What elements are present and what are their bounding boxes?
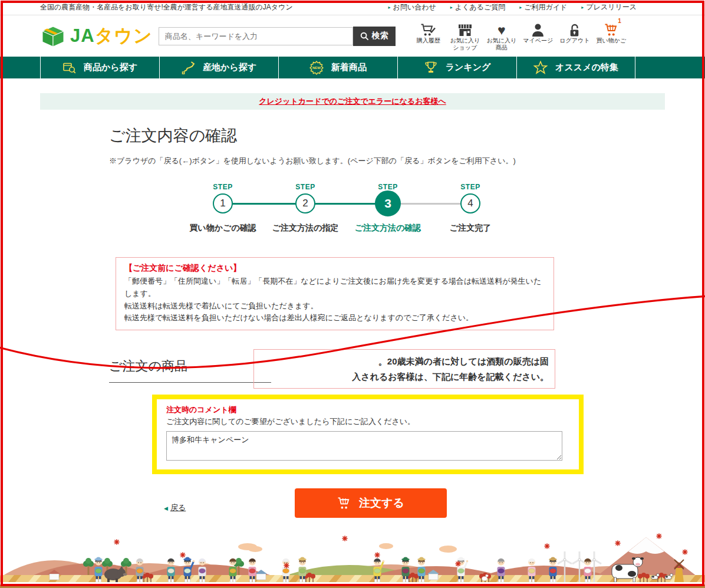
arrow-left-icon: ◀	[164, 505, 168, 511]
step-1-circle: 1	[213, 193, 233, 213]
product-search-icon	[62, 61, 76, 74]
logo-box-icon	[40, 24, 66, 48]
arrow-right-icon: ▸	[450, 5, 453, 10]
search-input[interactable]	[159, 27, 353, 45]
shopping-cart-button[interactable]: 1 買い物かご	[593, 21, 630, 52]
topbar-link-faq[interactable]: ▸よくあるご質問	[450, 2, 505, 12]
nav-spacer	[635, 57, 705, 78]
ja-town-order-confirm-page: 全国の農畜産物・名産品をお取り寄せ!全農が運営する産地直送通販のJAタウン ▸お…	[0, 0, 705, 588]
order-items-heading: ご注文の商品	[109, 357, 187, 375]
step-4: STEP 4 ご注文完了	[429, 183, 512, 236]
nav-item-featured[interactable]: オススメの特集	[516, 57, 635, 78]
annotation-yellow-highlight: 注文時のコメント欄 ご注文内容に関してのご要望がございましたら下記にご記入くださ…	[152, 395, 584, 474]
arrow-right-icon: ▸	[388, 5, 391, 10]
mypage-person-icon	[531, 24, 545, 37]
main-navigation: 商品から探す 産地から探す NEW 新着商品 ランキング	[0, 57, 705, 78]
step-3-circle: 3	[375, 190, 401, 216]
page-title: ご注文内容の確認	[109, 125, 665, 146]
checkout-step-indicator: STEP 1 買い物かごの確認 STEP 2 ご注文方法の指定 STEP 3 ご…	[182, 183, 512, 236]
logo-text: JAタウン	[70, 24, 153, 48]
topbar-link-contact[interactable]: ▸お問い合わせ	[388, 2, 436, 12]
header-quick-links: 購入履歴 お気に入り ショップ ♥ お気に入り 商品	[410, 21, 630, 52]
alcohol-age-notice-box: 。20歳未満の者に対しては酒類の販売は固 入されるお客様は、下記に年齢を記載くだ…	[253, 349, 555, 389]
purchase-history-cart-icon	[420, 23, 436, 37]
footer-illustration	[0, 531, 705, 582]
nav-spacer	[0, 57, 40, 78]
logout-unlock-icon	[568, 24, 581, 37]
arrow-right-icon: ▸	[519, 5, 522, 10]
footer-ground-strip	[0, 584, 705, 588]
ja-town-logo[interactable]: JAタウン	[40, 24, 153, 48]
footer	[0, 531, 705, 588]
topbar-link-guide[interactable]: ▸ご利用ガイド	[519, 2, 567, 12]
favorite-shop-button[interactable]: お気に入り ショップ	[447, 21, 483, 52]
warning-title: 【ご注文前にご確認ください】	[124, 263, 545, 274]
header: JAタウン 検索 購入履歴	[0, 15, 705, 57]
site-tagline: 全国の農畜産物・名産品をお取り寄せ!全農が運営する産地直送通販のJAタウン	[40, 2, 293, 12]
order-items-section: ご注文の商品 。20歳未満の者に対しては酒類の販売は固 入されるお客様は、下記に…	[40, 349, 665, 395]
place-order-button[interactable]: 注文する	[295, 488, 447, 518]
browser-back-note: ※ブラウザの「戻る(←)ボタン」を使用しないようお願い致します。(ページ下部の「…	[109, 156, 665, 166]
step-2-circle: 2	[295, 193, 315, 213]
new-badge-icon: NEW	[309, 61, 324, 75]
search-button[interactable]: 検索	[353, 27, 396, 46]
topbar-link-press[interactable]: ▸プレスリリース	[581, 2, 637, 12]
search-icon	[360, 32, 369, 41]
cart-count-badge: 1	[618, 18, 621, 24]
step-1: STEP 1 買い物かごの確認	[182, 183, 264, 236]
nav-item-search-products[interactable]: 商品から探す	[40, 57, 159, 78]
favorite-item-button[interactable]: ♥ お気に入り 商品	[483, 21, 520, 52]
shopping-cart-icon	[603, 23, 619, 37]
order-comment-textarea[interactable]: 博多和牛キャンペーン	[166, 431, 562, 461]
nav-item-new-products[interactable]: NEW 新着商品	[278, 57, 397, 78]
nav-item-search-by-region[interactable]: 産地から探す	[159, 57, 278, 78]
step-4-circle: 4	[460, 193, 480, 213]
pre-order-warning-box: 【ご注文前にご確認ください】 「郵便番号」「住所間違い」「転居」「長期不在」など…	[116, 257, 554, 330]
region-map-icon	[182, 61, 195, 74]
featured-star-icon	[533, 61, 548, 74]
nav-item-ranking[interactable]: ランキング	[397, 57, 516, 78]
purchase-history-button[interactable]: 購入履歴	[410, 21, 447, 52]
credit-card-error-banner: クレジットカードでのご注文でエラーになるお客様へ	[40, 93, 665, 110]
search-bar: 検索	[159, 27, 396, 46]
mypage-button[interactable]: マイページ	[520, 21, 556, 52]
step-2: STEP 2 ご注文方法の指定	[264, 183, 347, 236]
heading-underline	[109, 382, 271, 383]
main-content: クレジットカードでのご注文でエラーになるお客様へ ご注文内容の確認 ※ブラウザの…	[40, 93, 665, 525]
logout-button[interactable]: ログアウト	[556, 21, 593, 52]
topbar: 全国の農畜産物・名産品をお取り寄せ!全農が運営する産地直送通販のJAタウン ▸お…	[0, 0, 705, 15]
order-comment-description: ご注文内容に関してのご要望がございましたら下記にご記入ください。	[166, 416, 569, 427]
topbar-links: ▸お問い合わせ ▸よくあるご質問 ▸ご利用ガイド ▸プレスリリース	[388, 2, 637, 12]
favorite-item-heart-icon: ♥	[498, 24, 506, 37]
actions-row: ◀戻る 注文する	[40, 488, 665, 525]
arrow-right-icon: ▸	[581, 5, 584, 10]
svg-text:NEW: NEW	[312, 66, 321, 70]
step-connector	[223, 203, 305, 205]
order-cart-icon	[337, 497, 352, 510]
ranking-trophy-icon	[424, 61, 438, 74]
step-3-active: STEP 3 ご注文方法の確認	[347, 183, 429, 236]
order-comment-label: 注文時のコメント欄	[166, 405, 569, 415]
favorite-shop-icon	[457, 24, 473, 37]
credit-card-error-link[interactable]: クレジットカードでのご注文でエラーになるお客様へ	[259, 96, 446, 107]
back-link[interactable]: ◀戻る	[164, 502, 186, 513]
